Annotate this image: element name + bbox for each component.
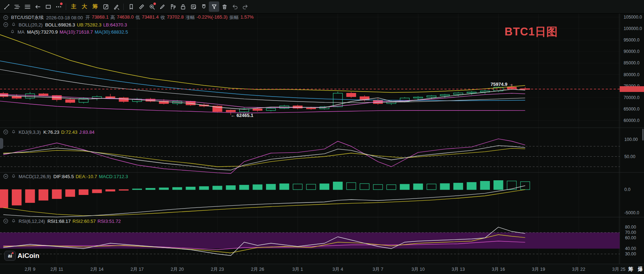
chart-canvas[interactable]: 105000.0100000.095000.090000.085000.0800… xyxy=(0,0,644,274)
indicator-value: MACD:1712.3 xyxy=(99,174,128,179)
indicator-value: D:72.43 xyxy=(61,129,78,135)
undo-button-icon[interactable] xyxy=(230,1,240,12)
notification-badge xyxy=(153,3,156,5)
svg-text:3月 22: 3月 22 xyxy=(572,267,585,272)
field-value: 73702.8 xyxy=(167,14,184,21)
indicator-value: MA(5):73270.9 xyxy=(27,29,58,35)
toolbar-separator xyxy=(123,4,124,10)
svg-text:70000.0: 70000.0 xyxy=(624,95,640,100)
rsi-values: RSI1:68.17RSI2:60.57RSI3:51.72 xyxy=(48,219,121,224)
rectangle-tool-icon[interactable] xyxy=(43,1,53,12)
collapse-chevron-icon[interactable] xyxy=(3,173,9,179)
ruler-tool-icon[interactable] xyxy=(136,1,147,12)
svg-text:3月 1: 3月 1 xyxy=(292,267,303,272)
collapse-chevron-icon[interactable] xyxy=(3,22,9,28)
alert-bell-icon[interactable] xyxy=(11,129,16,134)
chip-button[interactable]: 筹 xyxy=(90,3,100,10)
svg-text:105000.0: 105000.0 xyxy=(624,15,642,20)
trendline-tool-icon[interactable] xyxy=(1,1,12,12)
compare-flags-tool-icon[interactable] xyxy=(167,1,178,12)
bookmark-tool-icon[interactable] xyxy=(126,1,136,12)
aicoin-watermark: ai AiCoin xyxy=(4,251,39,261)
more-drawings-tool-icon[interactable] xyxy=(53,1,64,12)
overlay-chip-爆[interactable]: 爆 xyxy=(638,266,643,273)
field-label: 低 xyxy=(136,14,140,21)
toolbar-separator xyxy=(66,4,66,10)
symbol-label: BTC/USDT永续 xyxy=(11,14,44,21)
svg-text:2月 23: 2月 23 xyxy=(211,267,224,272)
note-edit-tool-icon[interactable] xyxy=(188,1,198,12)
drawing-toolbar: 主大筹 xyxy=(0,0,644,14)
large-view-button[interactable]: 大 xyxy=(79,3,90,10)
field-value: 1.57% xyxy=(240,14,254,21)
svg-text:2月 20: 2月 20 xyxy=(171,267,184,272)
indicator-value: DIF:845.5 xyxy=(53,174,74,179)
svg-text:← 62465.1: ← 62465.1 xyxy=(231,113,254,118)
macd-histogram xyxy=(0,181,530,217)
svg-text:2月 17: 2月 17 xyxy=(131,267,144,272)
annotate-pen-tool-icon[interactable] xyxy=(111,1,121,12)
indicator-value: RSI1:68.17 xyxy=(48,219,71,224)
brush-tool-icon[interactable] xyxy=(157,1,167,12)
lock-tool-icon[interactable] xyxy=(178,1,188,12)
indicator-value: MA(30):68832.5 xyxy=(95,29,128,35)
svg-text:100000.0: 100000.0 xyxy=(624,26,642,31)
svg-text:2月 11: 2月 11 xyxy=(50,267,63,272)
collapse-chevron-icon[interactable] xyxy=(3,129,9,135)
edit-square-tool-icon[interactable] xyxy=(100,1,111,12)
aicoin-logo-icon: ai xyxy=(4,251,16,261)
field-label: 涨幅 xyxy=(186,14,195,21)
panel-collapse-handle[interactable] xyxy=(0,138,3,149)
zoom-in-tool-icon[interactable] xyxy=(147,1,157,12)
macd-legend-row: MACD(12,26,9) DIF:845.5DEA:-10.7MACD:171… xyxy=(3,173,128,179)
rsi-band xyxy=(0,233,620,249)
indicator-value: DEA:-10.7 xyxy=(75,174,97,179)
svg-text:3月 13: 3月 13 xyxy=(452,267,465,272)
svg-text:-5000.0: -5000.0 xyxy=(624,210,639,215)
indicator-value: LB:64370.3 xyxy=(103,22,127,28)
kdj-lines xyxy=(3,139,525,173)
field-label: 高 xyxy=(110,14,115,21)
boll-legend-row: BOLL(20,2) BOLL:69826.3UB:75282.3LB:6437… xyxy=(3,22,127,28)
svg-text:50.00: 50.00 xyxy=(624,154,635,159)
overlay-chip-筹[interactable]: 筹 xyxy=(628,266,633,273)
svg-text:85000.0: 85000.0 xyxy=(624,60,640,65)
alert-bell-icon[interactable] xyxy=(11,219,16,224)
parallel-lines-tool-icon[interactable] xyxy=(22,1,33,12)
redo-button-icon[interactable] xyxy=(240,1,250,12)
magnet-tool-icon[interactable] xyxy=(198,1,209,12)
main-indicator-button[interactable]: 主 xyxy=(68,3,79,10)
ohlc-legend-row: BTC/USDT永续 2026-03-18 08:00 开73868.1高746… xyxy=(3,15,254,20)
collapse-chevron-icon[interactable] xyxy=(3,218,9,224)
indicator-value: UB:75282.3 xyxy=(77,22,102,28)
ma-legend-row: MA MA(5):73270.9MA(10):71618.7MA(30):688… xyxy=(10,29,128,35)
last-price-badge xyxy=(620,86,644,92)
field-label: 开 xyxy=(85,14,90,21)
svg-text:60.00: 60.00 xyxy=(625,235,636,240)
filter-tool-icon[interactable] xyxy=(209,1,219,12)
ma-values: MA(5):73270.9MA(10):71618.7MA(30):68832.… xyxy=(27,29,128,35)
svg-text:3月 10: 3月 10 xyxy=(412,267,425,272)
horizontal-lines-tool-icon[interactable] xyxy=(12,1,22,12)
svg-text:60000.0: 60000.0 xyxy=(624,118,640,123)
rsi-legend-row: RSI(6,12,24) RSI1:68.17RSI2:60.57RSI3:51… xyxy=(3,218,121,224)
arrow-tool-icon[interactable] xyxy=(33,1,43,12)
alert-bell-icon[interactable] xyxy=(11,22,16,27)
collapse-chevron-icon[interactable] xyxy=(3,15,9,20)
svg-text:80000.0: 80000.0 xyxy=(624,72,640,77)
scrollbar-thumb[interactable] xyxy=(642,129,644,141)
field-label: 振幅 xyxy=(229,14,239,21)
delete-tool-icon[interactable] xyxy=(219,1,230,12)
alert-bell-icon[interactable] xyxy=(10,29,15,34)
svg-text:70.00: 70.00 xyxy=(625,230,636,235)
indicator-value: J:83.84 xyxy=(79,129,95,135)
aicoin-watermark-text: AiCoin xyxy=(18,252,39,260)
svg-text:2月 14: 2月 14 xyxy=(90,267,104,272)
svg-text:3月 16: 3月 16 xyxy=(492,267,505,272)
alert-bell-icon[interactable] xyxy=(11,174,16,179)
svg-text:2月 26: 2月 26 xyxy=(251,267,264,272)
indicator-value: RSI2:60.57 xyxy=(73,219,96,224)
indicator-value: RSI3:51.72 xyxy=(98,219,121,224)
svg-text:75974.9 →: 75974.9 → xyxy=(491,82,513,87)
svg-text:0.0: 0.0 xyxy=(624,187,630,192)
